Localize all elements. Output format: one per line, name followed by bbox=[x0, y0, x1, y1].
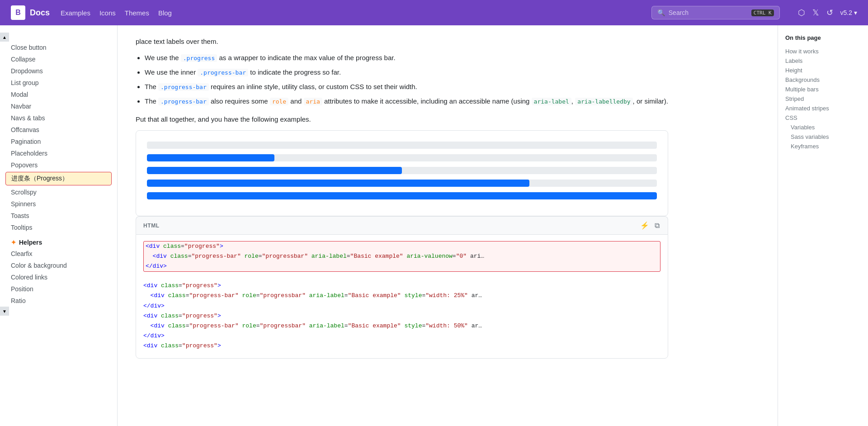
sidebar-item-offcanvas[interactable]: Offcanvas bbox=[0, 124, 117, 136]
sidebar-item-modal[interactable]: Modal bbox=[0, 89, 117, 100]
toc-sass-variables[interactable]: Sass variables bbox=[785, 132, 861, 142]
sidebar-item-dropdowns[interactable]: Dropdowns bbox=[0, 65, 117, 77]
sidebar-item-position[interactable]: Position bbox=[0, 283, 117, 295]
code-aria-label: aria-label bbox=[532, 98, 571, 105]
bullet-list: We use the .progress as a wrapper to ind… bbox=[136, 52, 668, 107]
main-content: place text labels over them. We use the … bbox=[118, 25, 686, 426]
version-badge[interactable]: v5.2 ▾ bbox=[840, 9, 857, 16]
nav-links: Examples Icons Themes Blog bbox=[61, 9, 172, 17]
search-icon: 🔍 bbox=[657, 9, 665, 16]
search-bar[interactable]: 🔍 CTRL K bbox=[651, 6, 780, 19]
progress-bar-4 bbox=[147, 192, 657, 199]
toc-animated-stripes[interactable]: Animated stripes bbox=[785, 104, 861, 113]
sidebar-item-ratio[interactable]: Ratio bbox=[0, 295, 117, 307]
bullet-4: The .progress-bar also requires some rol… bbox=[145, 96, 668, 107]
toc-multiple-bars[interactable]: Multiple bars bbox=[785, 85, 861, 94]
kbd-shortcut: CTRL K bbox=[751, 9, 774, 16]
toc-variables[interactable]: Variables bbox=[785, 123, 861, 132]
code-aria: aria bbox=[304, 98, 322, 105]
sidebar-item-close-button[interactable]: Close button bbox=[0, 42, 117, 53]
table-of-contents: On this page How it works Labels Height … bbox=[778, 25, 868, 426]
sidebar-item-placeholders[interactable]: Placeholders bbox=[0, 147, 117, 159]
page-layout: ▲ Close button Collapse Dropdowns List g… bbox=[0, 25, 868, 426]
nav-icons[interactable]: Icons bbox=[99, 9, 116, 17]
brand-name: Docs bbox=[30, 8, 50, 18]
sidebar-item-toasts[interactable]: Toasts bbox=[0, 210, 117, 222]
brand[interactable]: B Docs bbox=[11, 5, 50, 20]
lightning-icon-button[interactable]: ⚡ bbox=[639, 220, 650, 231]
progress-bar-fill-3 bbox=[147, 180, 529, 187]
progress-bar-3 bbox=[147, 180, 657, 187]
code-progress-bar-3: .progress-bar bbox=[158, 98, 209, 105]
progress-bar-0 bbox=[147, 142, 657, 149]
bullet-2: We use the inner .progress-bar to indica… bbox=[145, 67, 668, 78]
code-aria-labelledby: aria-labelledby bbox=[575, 98, 632, 105]
code-progress: .progress bbox=[181, 54, 217, 62]
nav-themes[interactable]: Themes bbox=[125, 9, 149, 17]
progress-bar-fill-2 bbox=[147, 167, 402, 174]
sidebar-item-list-group[interactable]: List group bbox=[0, 77, 117, 89]
sidebar-item-scrollspy[interactable]: Scrollspy bbox=[0, 186, 117, 198]
toc-how-it-works[interactable]: How it works bbox=[785, 47, 861, 56]
progress-bar-1 bbox=[147, 154, 657, 161]
sidebar-item-pagination[interactable]: Pagination bbox=[0, 136, 117, 147]
progress-bar-fill-4 bbox=[147, 192, 657, 199]
code-progress-bar-1: .progress-bar bbox=[198, 69, 248, 76]
nav-examples[interactable]: Examples bbox=[61, 9, 90, 17]
progress-bar-2 bbox=[147, 167, 657, 174]
top-navbar: B Docs Examples Icons Themes Blog 🔍 CTRL… bbox=[0, 0, 868, 25]
sidebar-item-collapse[interactable]: Collapse bbox=[0, 53, 117, 65]
bullet-3: The .progress-bar requires an inline sty… bbox=[145, 81, 668, 92]
intro-text: place text labels over them. bbox=[136, 36, 668, 47]
toc-title: On this page bbox=[785, 34, 861, 41]
toc-css[interactable]: CSS bbox=[785, 113, 861, 123]
bullet-1: We use the .progress as a wrapper to ind… bbox=[145, 52, 668, 63]
sidebar-item-navbar[interactable]: Navbar bbox=[0, 100, 117, 112]
sidebar: ▲ Close button Collapse Dropdowns List g… bbox=[0, 25, 118, 426]
code-header: HTML ⚡ ⧉ bbox=[136, 216, 668, 234]
put-together-text: Put that all together, and you have the … bbox=[136, 114, 668, 125]
nav-blog[interactable]: Blog bbox=[158, 9, 172, 17]
toc-striped[interactable]: Striped bbox=[785, 94, 861, 104]
code-progress-bar-2: .progress-bar bbox=[158, 83, 209, 91]
code-label: HTML bbox=[143, 222, 160, 229]
sidebar-item-tooltips[interactable]: Tooltips bbox=[0, 222, 117, 233]
helpers-section-title: ✦ Helpers bbox=[0, 233, 117, 248]
github-icon[interactable]: ⬡ bbox=[798, 8, 805, 18]
sidebar-scroll-up-button[interactable]: ▲ bbox=[0, 33, 9, 42]
copy-icon-button[interactable]: ⧉ bbox=[654, 220, 660, 231]
sidebar-item-spinners[interactable]: Spinners bbox=[0, 198, 117, 210]
refresh-icon[interactable]: ↺ bbox=[826, 8, 833, 18]
progress-bar-fill-1 bbox=[147, 154, 274, 161]
sidebar-scroll-down-button[interactable]: ▼ bbox=[0, 307, 9, 316]
sidebar-item-popovers[interactable]: Popovers bbox=[0, 159, 117, 171]
sidebar-item-clearfix[interactable]: Clearfix bbox=[0, 248, 117, 260]
topnav-right: ⬡ 𝕏 ↺ v5.2 ▾ bbox=[798, 8, 857, 18]
sidebar-item-colored-links[interactable]: Colored links bbox=[0, 271, 117, 283]
brand-icon: B bbox=[11, 5, 25, 20]
sidebar-item-color-background[interactable]: Color & background bbox=[0, 260, 117, 271]
star-icon: ✦ bbox=[11, 239, 16, 246]
toc-keyframes[interactable]: Keyframes bbox=[785, 142, 861, 151]
sidebar-item-progress[interactable]: 进度条（Progress） bbox=[5, 172, 112, 185]
toc-height[interactable]: Height bbox=[785, 66, 861, 75]
demo-area bbox=[136, 130, 668, 216]
code-role: role bbox=[270, 98, 288, 105]
toc-backgrounds[interactable]: Backgrounds bbox=[785, 75, 861, 85]
twitter-icon[interactable]: 𝕏 bbox=[812, 8, 819, 18]
code-block: <div class="progress"> <div class="progr… bbox=[136, 234, 668, 359]
sidebar-item-navs-tabs[interactable]: Navs & tabs bbox=[0, 112, 117, 124]
chevron-down-icon: ▾ bbox=[854, 9, 857, 16]
search-input[interactable] bbox=[669, 9, 748, 16]
code-header-actions: ⚡ ⧉ bbox=[639, 220, 660, 231]
toc-labels[interactable]: Labels bbox=[785, 56, 861, 66]
